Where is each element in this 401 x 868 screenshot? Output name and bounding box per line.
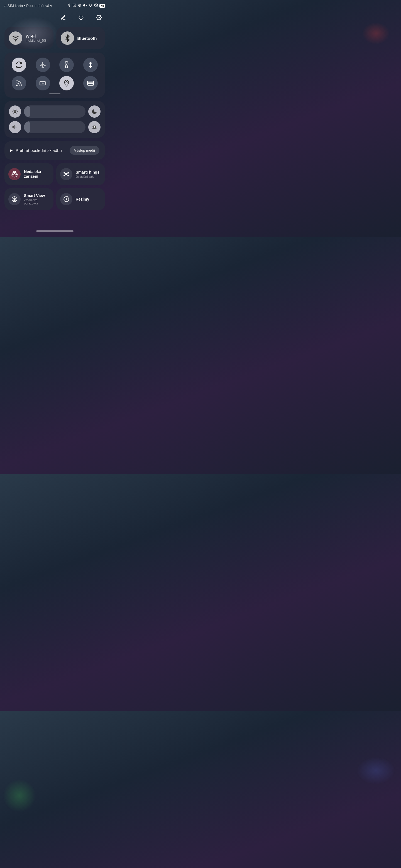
svg-marker-2	[83, 4, 85, 6]
nearby-devices-text: Nedaleká zařízení	[24, 169, 50, 179]
quick-toggles-card	[4, 53, 105, 98]
location-icon	[59, 76, 74, 90]
toggle-rss[interactable]	[9, 76, 29, 90]
sync-icon	[12, 58, 26, 72]
wifi-icon	[12, 34, 19, 42]
airplane-icon	[36, 58, 50, 72]
brightness-track[interactable]	[24, 105, 85, 118]
svg-line-44	[65, 175, 66, 175]
svg-marker-48	[14, 198, 15, 200]
bluetooth-tile[interactable]: Bluetooth	[56, 27, 105, 49]
svg-line-8	[95, 4, 97, 6]
network-row: Wi-Fi mobilenet_5G Bluetooth	[4, 27, 105, 49]
wifi-text: Wi-Fi mobilenet_5G	[26, 34, 47, 42]
toggle-location[interactable]	[57, 76, 77, 90]
smartview-subtitle: Zrcadlová obrazovka	[24, 198, 50, 205]
toolbar	[0, 10, 109, 27]
media-card[interactable]: ▶ Přehrát poslední skladbu Výstup médií	[4, 141, 105, 160]
brightness-icon-circle	[9, 105, 21, 118]
svg-line-14	[67, 61, 68, 62]
svg-point-38	[64, 172, 65, 173]
toggle-data-transfer[interactable]	[81, 58, 101, 72]
svg-line-43	[66, 173, 68, 174]
modes-icon	[60, 193, 73, 205]
smartthings-text: SmartThings Ovládání zař.	[76, 170, 100, 179]
rss-icon	[12, 76, 26, 90]
alarm-status-icon	[78, 3, 82, 8]
modes-title: Režimy	[76, 197, 89, 202]
toggle-flashlight[interactable]	[57, 58, 77, 72]
svg-line-29	[16, 110, 17, 110]
status-icons: 5 74	[67, 3, 105, 8]
svg-point-40	[64, 175, 65, 176]
nearby-devices-icon	[8, 168, 21, 180]
toggle-airplane[interactable]	[33, 58, 53, 72]
sliders-card	[4, 101, 105, 138]
settings-button[interactable]	[94, 12, 104, 23]
play-icon: ▶	[10, 148, 13, 152]
svg-line-45	[66, 175, 68, 175]
bluetooth-icon	[64, 34, 71, 42]
bluetooth-text: Bluetooth	[78, 36, 97, 41]
drag-handle	[49, 93, 60, 94]
wifi-icon-wrap	[9, 31, 22, 45]
smartthings-subtitle: Ovládání zař.	[76, 175, 100, 178]
svg-point-33	[13, 173, 15, 175]
modes-text: Režimy	[76, 197, 89, 202]
wifi-status-icon: 5	[88, 3, 93, 8]
battery-saver-icon	[36, 76, 50, 90]
circle-cancel-icon	[94, 3, 98, 8]
mute-status-icon	[83, 3, 87, 8]
svg-line-42	[65, 173, 66, 174]
power-button[interactable]	[76, 12, 86, 23]
svg-point-39	[68, 172, 69, 173]
bluetooth-title: Bluetooth	[78, 36, 97, 41]
svg-line-15	[66, 61, 66, 62]
volume-slider-row	[9, 121, 101, 133]
bluetooth-icon-wrap	[61, 31, 74, 45]
night-mode-button[interactable]	[88, 105, 101, 118]
toggle-wallet[interactable]	[81, 76, 101, 90]
home-indicator[interactable]	[36, 230, 74, 232]
modes-tile[interactable]: Režimy	[56, 188, 105, 210]
battery-indicator: 74	[99, 4, 105, 8]
brightness-fill	[24, 105, 30, 118]
data-transfer-icon	[83, 58, 98, 72]
svg-text:5: 5	[91, 4, 92, 5]
svg-line-28	[16, 113, 17, 113]
media-track-label: Přehrát poslední skladbu	[16, 148, 62, 153]
smartthings-title: SmartThings	[76, 170, 100, 175]
svg-point-36	[14, 172, 15, 173]
svg-point-22	[14, 111, 16, 113]
wifi-subtitle: mobilenet_5G	[26, 39, 47, 42]
smartview-text: Smart View Zrcadlová obrazovka	[24, 193, 50, 205]
bluetooth-status-icon	[67, 3, 71, 8]
smartthings-icon	[60, 168, 73, 180]
wifi-title: Wi-Fi	[26, 34, 47, 38]
toggle-battery-saver[interactable]	[33, 76, 53, 90]
nearby-devices-tile[interactable]: Nedaleká zařízení	[4, 163, 54, 185]
toggle-sync[interactable]	[9, 58, 29, 72]
media-left: ▶ Přehrát poslední skladbu	[10, 148, 62, 153]
status-bar: a SIM karta • Pouze tísňová v	[0, 0, 109, 10]
nearby-devices-title: Nedaleká zařízení	[24, 169, 50, 179]
wifi-tile[interactable]: Wi-Fi mobilenet_5G	[4, 27, 54, 49]
svg-point-5	[90, 6, 91, 7]
svg-point-19	[66, 82, 67, 83]
smartview-tile[interactable]: Smart View Zrcadlová obrazovka	[4, 188, 54, 210]
volume-track[interactable]	[24, 121, 85, 133]
svg-line-27	[13, 110, 13, 110]
sim-status: a SIM karta • Pouze tísňová v	[4, 4, 52, 8]
edit-button[interactable]	[58, 12, 68, 23]
svg-line-30	[13, 113, 13, 113]
vibrate-button[interactable]	[88, 121, 101, 133]
volume-fill	[24, 121, 30, 133]
smartthings-tile[interactable]: SmartThings Ovládání zař.	[56, 163, 105, 185]
volume-icon-circle	[9, 121, 21, 133]
svg-point-9	[98, 17, 100, 18]
smartview-title: Smart View	[24, 193, 50, 198]
flashlight-icon	[59, 58, 74, 72]
media-output-button[interactable]: Výstup médií	[69, 146, 99, 155]
nfc-status-icon	[73, 3, 76, 8]
svg-point-17	[17, 85, 17, 86]
